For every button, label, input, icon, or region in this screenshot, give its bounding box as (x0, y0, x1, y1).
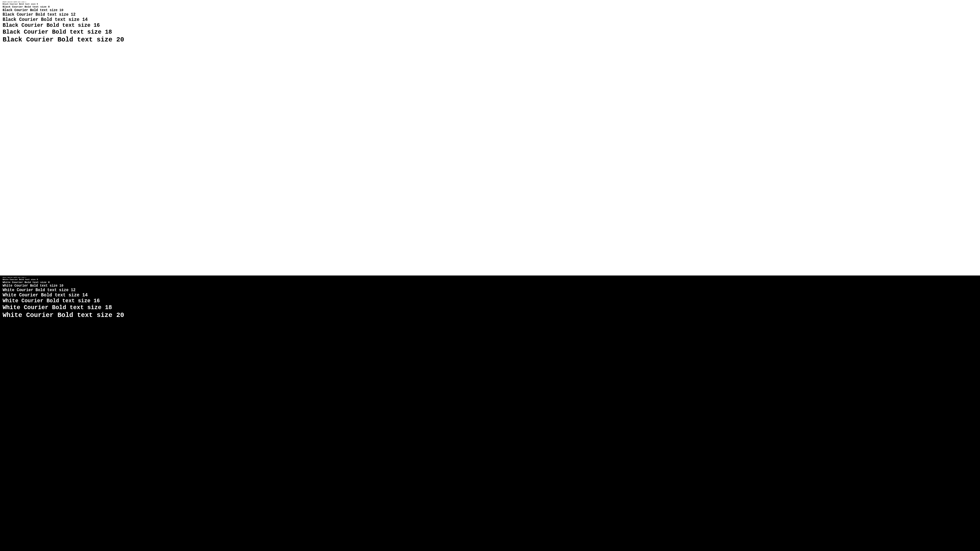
top-section: Black Courier Bold text size 4Black Cour… (0, 0, 980, 275)
black-text-line-6: Black Courier Bold text size 6 (3, 3, 977, 5)
white-text-line-8: White Courier Bold text size 8 (3, 281, 977, 284)
black-text-line-10: Black Courier Bold text size 10 (3, 8, 977, 13)
white-text-line-6: White Courier Bold text size 6 (3, 278, 977, 281)
white-text-line-12: White Courier Bold text size 12 (3, 288, 977, 292)
black-text-line-20: Black Courier Bold text size 20 (3, 36, 977, 44)
black-text-line-16: Black Courier Bold text size 16 (3, 22, 977, 29)
white-text-line-14: White Courier Bold text size 14 (3, 292, 977, 298)
white-text-line-20: White Courier Bold text size 20 (3, 311, 977, 319)
bottom-section: White Courier Bold text size 4White Cour… (0, 275, 980, 551)
black-text-line-8: Black Courier Bold text size 8 (3, 5, 977, 8)
black-text-line-12: Black Courier Bold text size 12 (3, 13, 977, 17)
black-text-line-14: Black Courier Bold text size 14 (3, 17, 977, 22)
white-text-line-10: White Courier Bold text size 10 (3, 284, 977, 288)
white-text-line-16: White Courier Bold text size 16 (3, 298, 977, 304)
black-text-line-18: Black Courier Bold text size 18 (3, 29, 977, 36)
white-text-line-18: White Courier Bold text size 18 (3, 304, 977, 311)
